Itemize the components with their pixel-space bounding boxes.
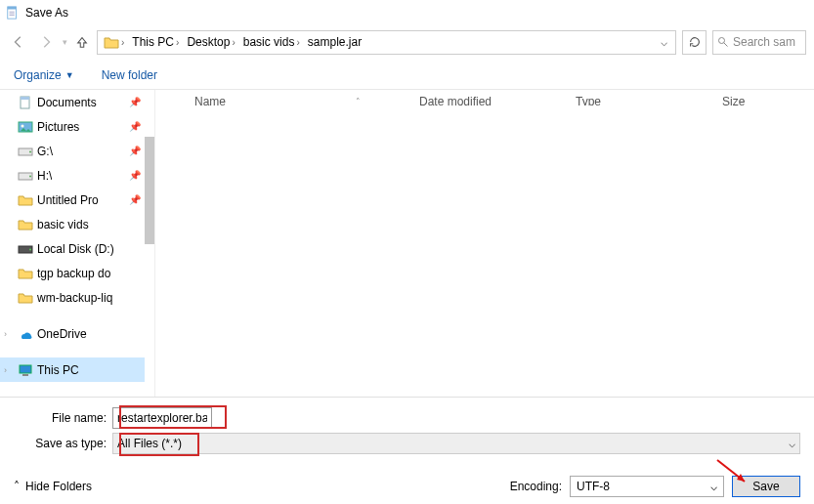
tree-item[interactable]: Documents📌 [0,90,145,114]
svg-point-14 [29,175,31,177]
tree-item[interactable]: H:\📌 [0,163,145,188]
hide-folders-toggle[interactable]: ˄ Hide Folders [14,480,92,493]
tree-item[interactable]: G:\📌 [0,139,145,163]
title-bar: Save As [0,0,814,25]
tree-item-label: H:\ [37,169,52,183]
chevron-down-icon: ▼ [65,70,74,80]
tree-item-label: G:\ [37,145,53,158]
recent-dropdown[interactable]: ▾ [63,37,67,47]
breadcrumb-root[interactable]: › [100,31,128,54]
toolbar: Organize ▼ New folder [0,61,814,90]
tree-item[interactable]: wm-backup-liq [0,285,145,310]
forward-button[interactable] [35,31,57,53]
breadcrumb-sample-jar[interactable]: sample.jar [304,31,365,54]
encoding-label: Encoding: [510,480,562,493]
tree-item-label: Local Disk (D:) [37,242,114,256]
tree-item-label: OneDrive [37,327,87,341]
search-placeholder: Search sam [733,35,795,49]
sort-asc-icon: ˄ [356,97,361,106]
search-icon [717,36,729,48]
main-pane: Documents📌Pictures📌G:\📌H:\📌Untitled Pro📌… [0,90,814,397]
tree-item-label: This PC [37,363,79,377]
svg-rect-18 [22,374,28,376]
svg-rect-1 [8,7,17,10]
file-name-input[interactable] [112,407,212,429]
tree-item-label: Documents [37,96,97,109]
address-dropdown[interactable]: ⌵ [655,35,673,49]
file-name-label: File name: [14,411,107,425]
new-folder-button[interactable]: New folder [102,68,157,82]
pin-icon: 📌 [129,97,141,107]
navigation-bar: ▾ › This PC› Desktop› basic vids› sample… [0,27,814,57]
drive-dark-icon [18,241,33,257]
save-as-type-select[interactable]: All Files (*.*) ⌵ [112,433,800,454]
expand-chevron-icon: › [4,329,7,339]
svg-marker-23 [737,474,745,482]
chevron-right-icon: › [176,37,179,48]
tree-item-label: wm-backup-liq [37,291,112,305]
pin-icon: 📌 [129,146,141,156]
svg-line-6 [724,43,728,47]
svg-point-16 [29,248,31,250]
expand-chevron-icon: › [4,365,7,375]
window-title: Save As [25,6,68,20]
pictures-icon [18,119,33,135]
address-bar[interactable]: › This PC› Desktop› basic vids› sample.j… [97,30,676,55]
tree-item-label: Pictures [37,120,79,134]
breadcrumb-desktop[interactable]: Desktop› [183,31,238,54]
breadcrumb-basic-vids[interactable]: basic vids› [239,31,304,54]
folder-icon [104,34,119,50]
tree-item[interactable]: ›This PC [0,357,145,382]
chevron-right-icon: › [121,37,124,48]
thispc-icon [18,362,33,378]
tree-item-label: basic vids [37,218,89,231]
svg-point-12 [29,150,31,152]
svg-rect-8 [21,97,29,100]
folder-icon [18,290,33,306]
encoding-select[interactable]: UTF-8 ⌵ [570,476,724,497]
pin-icon: 📌 [129,121,141,132]
svg-point-5 [719,38,725,44]
annotation-arrow [715,458,754,489]
refresh-button[interactable] [682,30,707,55]
chevron-down-icon: ⌵ [789,437,795,450]
folder-icon [18,266,33,281]
up-button[interactable] [73,33,91,51]
svg-point-10 [21,124,24,127]
save-form: File name: Save as type: All Files (*.*)… [0,397,814,504]
folder-icon [18,217,33,232]
save-as-type-label: Save as type: [14,437,107,450]
tree-item-label: tgp backup do [37,267,110,280]
breadcrumb-this-pc[interactable]: This PC› [128,31,183,54]
chevron-up-icon: ˄ [14,480,20,493]
svg-rect-17 [20,365,31,373]
notepad-icon [6,6,20,20]
tree-item[interactable]: tgp backup do [0,261,145,285]
tree-item[interactable]: Pictures📌 [0,114,145,139]
chevron-right-icon: › [232,37,235,48]
tree-item-label: Untitled Pro [37,193,99,207]
folder-tree: Documents📌Pictures📌G:\📌H:\📌Untitled Pro📌… [0,90,145,397]
chevron-right-icon: › [296,37,299,48]
organize-button[interactable]: Organize ▼ [14,68,74,82]
tree-item[interactable]: ›OneDrive [0,321,145,346]
file-list[interactable]: Name˄ Date modified Type Size [154,90,814,397]
pin-icon: 📌 [129,194,141,205]
drive-icon [18,168,33,184]
documents-icon [18,95,33,110]
tree-item[interactable]: Local Disk (D:) [0,236,145,261]
drive-icon [18,144,33,159]
pin-icon: 📌 [129,170,141,181]
tree-item[interactable]: Untitled Pro📌 [0,188,145,212]
onedrive-icon [18,326,33,342]
tree-item[interactable]: basic vids [0,212,145,236]
tree-scrollbar[interactable] [145,90,154,397]
folder-icon [18,192,33,208]
search-input[interactable]: Search sam [712,30,806,55]
back-button[interactable] [8,31,29,53]
